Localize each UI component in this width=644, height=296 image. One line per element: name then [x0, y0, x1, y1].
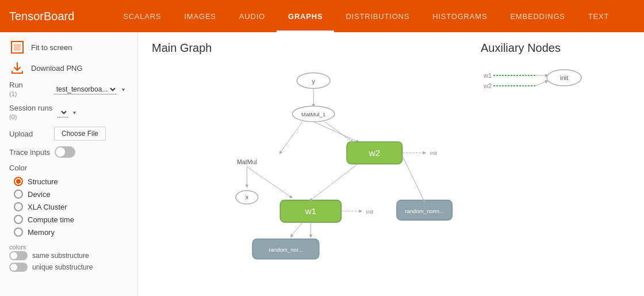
run-row: Run (1) test_tensorboa... ▾: [9, 81, 128, 98]
run-section: Run (1) test_tensorboa... ▾: [9, 81, 128, 98]
color-compute-label: Compute time: [28, 215, 74, 224]
color-section: Color Structure Device XLA Cluster Comp: [9, 164, 128, 237]
session-runs-section: Session runs (0) ▾: [9, 104, 128, 121]
aux-graph-svg: w1 w2 init: [481, 64, 619, 110]
nav-link-scalars[interactable]: SCALARS: [112, 0, 172, 32]
nav-link-distributions[interactable]: DISTRIBUTIONS: [334, 0, 421, 32]
main-graph-area: Main Graph y MatMul_1 MatMul: [152, 41, 481, 287]
download-png-button[interactable]: Download PNG: [9, 60, 128, 76]
svg-line-36: [535, 81, 547, 86]
upload-section: Upload Choose File: [9, 127, 128, 141]
unique-substructure-label: unique substructure: [32, 263, 93, 271]
color-structure-row[interactable]: Structure: [14, 177, 128, 186]
svg-text:w1: w1: [304, 207, 316, 217]
color-xla-radio[interactable]: [14, 202, 23, 211]
color-compute-radio[interactable]: [14, 215, 23, 224]
main-graph-title: Main Graph: [152, 41, 481, 55]
fit-screen-icon: [9, 39, 25, 55]
color-row: Color: [9, 164, 128, 172]
trace-inputs-label: Trace inputs: [9, 148, 50, 157]
download-icon: [9, 60, 25, 76]
aux-nodes-title: Auxiliary Nodes: [481, 41, 630, 55]
nav-link-text[interactable]: TEXT: [577, 0, 620, 32]
graph-areas: Main Graph y MatMul_1 MatMul: [152, 41, 630, 287]
svg-text:w2: w2: [368, 148, 380, 158]
nav-link-histograms[interactable]: HISTOGRAMS: [421, 0, 499, 32]
svg-line-7: [280, 122, 302, 153]
svg-text:init: init: [366, 208, 374, 215]
session-runs-label: Session runs (0): [9, 104, 52, 121]
color-compute-row[interactable]: Compute time: [14, 215, 128, 224]
svg-text:init: init: [430, 150, 438, 156]
svg-text:w1: w1: [483, 72, 492, 79]
main-content: Main Graph y MatMul_1 MatMul: [138, 32, 644, 296]
nav-link-audio[interactable]: AUDIO: [228, 0, 277, 32]
unique-substructure-toggle[interactable]: [9, 263, 28, 272]
colors-label: colors: [9, 244, 26, 251]
svg-text:y: y: [312, 78, 315, 85]
trace-inputs-section: Trace inputs: [9, 146, 128, 158]
svg-text:w2: w2: [483, 82, 492, 89]
color-structure-label: Structure: [28, 177, 58, 186]
same-substructure-toggle[interactable]: [9, 251, 28, 260]
svg-line-29: [402, 155, 425, 202]
brand: TensorBoard: [9, 10, 74, 23]
download-png-label: Download PNG: [31, 64, 83, 73]
color-memory-row[interactable]: Memory: [14, 227, 128, 237]
color-device-label: Device: [28, 190, 51, 199]
color-radio-group: Structure Device XLA Cluster Compute tim…: [14, 177, 128, 237]
same-substructure-row: same substructure: [9, 251, 128, 260]
color-xla-row[interactable]: XLA Cluster: [14, 202, 128, 211]
aux-graph-area: Auxiliary Nodes w1 w2 init: [481, 41, 630, 287]
svg-rect-1: [14, 44, 21, 51]
session-runs-select[interactable]: [57, 108, 68, 117]
main-graph-svg[interactable]: y MatMul_1 MatMul w2: [152, 64, 481, 286]
svg-text:random_norm...: random_norm...: [405, 208, 444, 214]
svg-text:x: x: [246, 193, 249, 200]
run-select[interactable]: test_tensorboa...: [54, 85, 117, 94]
nav-link-embeddings[interactable]: EMBEDDINGS: [499, 0, 576, 32]
layout: Fit to screen Download PNG Run (1) test_…: [0, 32, 644, 296]
color-device-radio[interactable]: [14, 189, 23, 199]
nav-links: SCALARSIMAGESAUDIOGRAPHSDISTRIBUTIONSHIS…: [97, 0, 635, 32]
nav-link-images[interactable]: IMAGES: [172, 0, 227, 32]
color-memory-radio[interactable]: [14, 227, 23, 237]
color-memory-label: Memory: [28, 228, 55, 237]
svg-text:init: init: [560, 74, 568, 81]
svg-text:MatMul: MatMul: [237, 158, 257, 165]
fit-to-screen-label: Fit to screen: [31, 43, 72, 52]
navbar: TensorBoard SCALARSIMAGESAUDIOGRAPHSDIST…: [0, 0, 644, 32]
fit-to-screen-button[interactable]: Fit to screen: [9, 39, 128, 55]
sidebar: Fit to screen Download PNG Run (1) test_…: [0, 32, 138, 296]
svg-line-25: [292, 222, 302, 236]
svg-line-30: [310, 164, 358, 200]
trace-inputs-toggle[interactable]: [55, 146, 75, 158]
upload-label: Upload: [9, 130, 49, 138]
trace-inputs-row: Trace inputs: [9, 146, 128, 158]
run-label: Run (1): [9, 81, 49, 98]
colors-section: colors same substructure unique substruc…: [9, 242, 128, 272]
color-xla-label: XLA Cluster: [28, 203, 67, 211]
choose-file-button[interactable]: Choose File: [54, 127, 106, 141]
color-label: Color: [9, 164, 49, 172]
same-substructure-label: same substructure: [32, 252, 89, 260]
svg-text:MatMul_1: MatMul_1: [301, 111, 325, 117]
color-device-row[interactable]: Device: [14, 189, 128, 199]
svg-line-28: [324, 122, 352, 142]
svg-line-8: [313, 122, 358, 142]
session-runs-row: Session runs (0) ▾: [9, 104, 128, 121]
upload-row: Upload Choose File: [9, 127, 128, 141]
nav-link-graphs[interactable]: GRAPHS: [277, 0, 334, 32]
color-structure-radio[interactable]: [14, 177, 23, 186]
unique-substructure-row: unique substructure: [9, 263, 128, 272]
svg-text:random_nor...: random_nor...: [269, 246, 302, 253]
